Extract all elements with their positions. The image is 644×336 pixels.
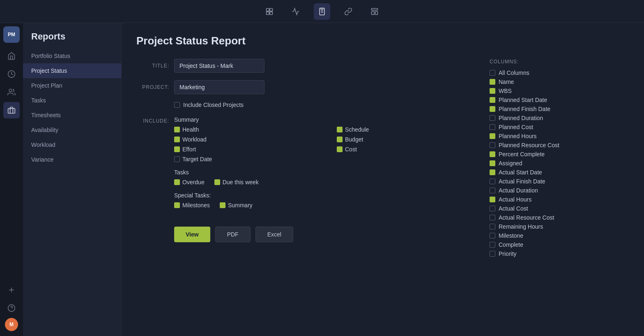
- workload-checkbox[interactable]: [174, 137, 180, 142]
- due-this-week-checkbox[interactable]: [214, 179, 220, 185]
- planned-finish-date-checkbox[interactable]: [490, 106, 495, 112]
- remaining-hours-checkbox[interactable]: [490, 224, 495, 229]
- health-checkbox[interactable]: [174, 127, 180, 132]
- actual-start-date-checkbox[interactable]: [490, 169, 495, 175]
- planned-hours-checkbox[interactable]: [490, 133, 495, 139]
- column-percent-complete: Percent Complete: [490, 151, 626, 158]
- actual-cost-checkbox[interactable]: [490, 206, 495, 211]
- priority-checkbox[interactable]: [490, 251, 495, 257]
- toolbar-search-btn[interactable]: [261, 3, 278, 20]
- actual-resource-cost-checkbox[interactable]: [490, 215, 495, 220]
- sidebar-item-project-plan[interactable]: Project Plan: [23, 78, 121, 93]
- planned-duration-checkbox[interactable]: [490, 115, 495, 121]
- app-logo[interactable]: PM: [3, 26, 20, 43]
- user-avatar[interactable]: M: [5, 318, 18, 331]
- assigned-checkbox[interactable]: [490, 160, 495, 166]
- nav-users[interactable]: [3, 84, 20, 100]
- toolbar-chart-btn[interactable]: [288, 3, 304, 20]
- tasks-overdue-item: Overdue: [174, 179, 205, 185]
- column-actual-start-date: Actual Start Date: [490, 169, 626, 176]
- include-section: INCLUDE: Summary Health Schedule: [136, 116, 490, 215]
- include-label: INCLUDE:: [136, 116, 169, 215]
- sidebar-item-workload[interactable]: Workload: [23, 137, 121, 152]
- svg-rect-3: [270, 12, 273, 14]
- column-name: Name: [490, 79, 626, 85]
- special-tasks-grid: Milestones Summary: [174, 202, 490, 209]
- sidebar-item-tasks[interactable]: Tasks: [23, 93, 121, 108]
- button-row: View PDF Excel: [174, 227, 490, 242]
- special-tasks-group-title: Special Tasks:: [174, 192, 490, 199]
- toolbar-layout-btn[interactable]: [366, 3, 383, 20]
- title-input[interactable]: [174, 59, 264, 73]
- summary-tasks-checkbox[interactable]: [220, 202, 225, 208]
- effort-label: Effort: [182, 146, 196, 153]
- project-select[interactable]: Marketing Development Design HR: [174, 80, 264, 94]
- project-select-wrapper: Marketing Development Design HR: [174, 80, 264, 94]
- sidebar-item-variance[interactable]: Variance: [23, 152, 121, 167]
- include-closed-checkbox[interactable]: [174, 102, 180, 108]
- cost-checkbox[interactable]: [337, 146, 343, 152]
- nav-clock[interactable]: [3, 66, 20, 82]
- column-planned-cost: Planned Cost: [490, 124, 626, 130]
- toolbar-clipboard-btn[interactable]: [314, 3, 330, 20]
- toolbar-link-btn[interactable]: [340, 3, 356, 20]
- summary-budget-item: Budget: [337, 136, 490, 143]
- target-date-label: Target Date: [182, 156, 212, 162]
- planned-resource-cost-checkbox[interactable]: [490, 142, 495, 148]
- budget-label: Budget: [345, 136, 363, 143]
- tasks-grid: Overdue Due this week: [174, 179, 490, 185]
- column-planned-resource-cost: Planned Resource Cost: [490, 142, 626, 148]
- planned-start-date-checkbox[interactable]: [490, 97, 495, 103]
- complete-checkbox[interactable]: [490, 242, 495, 248]
- schedule-checkbox[interactable]: [337, 127, 343, 132]
- sidebar-item-availability[interactable]: Availability: [23, 123, 121, 137]
- nav-home[interactable]: [3, 48, 20, 64]
- column-actual-cost: Actual Cost: [490, 205, 626, 212]
- column-actual-hours: Actual Hours: [490, 196, 626, 203]
- column-wbs: WBS: [490, 88, 626, 94]
- sidebar-item-timesheets[interactable]: Timesheets: [23, 108, 121, 123]
- column-complete: Complete: [490, 241, 626, 248]
- target-date-checkbox[interactable]: [174, 156, 180, 162]
- schedule-label: Schedule: [345, 126, 369, 133]
- nav-add[interactable]: [3, 282, 20, 298]
- milestones-label: Milestones: [182, 202, 210, 209]
- summary-grid: Health Schedule Workload: [174, 126, 490, 162]
- excel-button[interactable]: Excel: [255, 227, 293, 242]
- planned-cost-checkbox[interactable]: [490, 124, 495, 130]
- milestone-checkbox[interactable]: [490, 233, 495, 239]
- svg-rect-7: [372, 8, 378, 10]
- all-columns-checkbox[interactable]: [490, 70, 495, 76]
- include-closed-row: Include Closed Projects: [174, 102, 490, 108]
- svg-point-11: [9, 89, 12, 92]
- actual-hours-checkbox[interactable]: [490, 197, 495, 202]
- summary-tasks-label: Summary: [228, 202, 253, 209]
- content-area: Project Status Report TITLE: PROJECT: Ma…: [122, 23, 644, 336]
- overdue-checkbox[interactable]: [174, 179, 180, 185]
- pdf-button[interactable]: PDF: [215, 227, 251, 242]
- budget-checkbox[interactable]: [337, 137, 343, 142]
- sidebar-item-project-status[interactable]: Project Status: [23, 63, 121, 78]
- columns-list: All Columns Name WBS Plann: [490, 70, 629, 257]
- include-closed-label: Include Closed Projects: [183, 102, 244, 108]
- name-checkbox[interactable]: [490, 79, 495, 85]
- percent-complete-checkbox[interactable]: [490, 151, 495, 157]
- milestones-checkbox[interactable]: [174, 202, 180, 208]
- svg-rect-12: [8, 109, 15, 114]
- title-row: TITLE:: [136, 59, 490, 73]
- nav-help[interactable]: [3, 300, 20, 316]
- actual-duration-checkbox[interactable]: [490, 188, 495, 193]
- title-label: TITLE:: [136, 63, 169, 69]
- nav-briefcase[interactable]: [3, 102, 20, 118]
- wbs-checkbox[interactable]: [490, 88, 495, 94]
- project-label: PROJECT:: [136, 84, 169, 90]
- tasks-group-title: Tasks: [174, 169, 490, 176]
- view-button[interactable]: View: [174, 227, 210, 242]
- special-summary-item: Summary: [220, 202, 253, 209]
- effort-checkbox[interactable]: [174, 146, 180, 152]
- actual-finish-date-checkbox[interactable]: [490, 178, 495, 184]
- sidebar-item-portfolio-status[interactable]: Portfolio Status: [23, 49, 121, 63]
- overdue-label: Overdue: [182, 179, 205, 185]
- summary-effort-item: Effort: [174, 146, 327, 153]
- tasks-due-this-week-item: Due this week: [214, 179, 259, 185]
